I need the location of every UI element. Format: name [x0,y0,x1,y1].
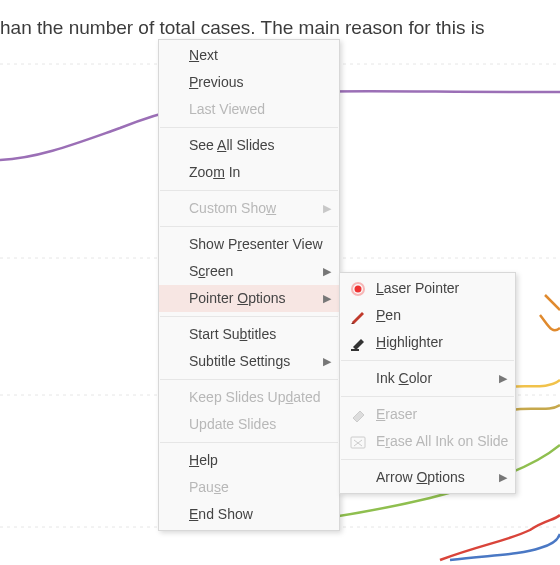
highlighter-icon [348,333,368,353]
menu-subtitle-settings[interactable]: Subtitle Settings ▶ [159,348,339,375]
pen-icon [348,306,368,326]
pointer-options-submenu: Laser Pointer Pen Highlighter Ink Color … [339,272,516,494]
menu-screen[interactable]: Screen ▶ [159,258,339,285]
menu-next[interactable]: Next [159,42,339,69]
chevron-right-icon: ▶ [323,285,331,312]
menu-help[interactable]: Help [159,447,339,474]
menu-update-slides: Update Slides [159,411,339,438]
menu-end-show[interactable]: End Show [159,501,339,528]
submenu-erase-all-ink: Erase All Ink on Slide [340,428,515,455]
menu-separator [341,396,514,397]
menu-separator [160,442,338,443]
submenu-pen[interactable]: Pen [340,302,515,329]
menu-zoom-in[interactable]: Zoom In [159,159,339,186]
menu-see-all-slides[interactable]: See All Slides [159,132,339,159]
svg-point-4 [355,286,362,293]
menu-last-viewed: Last Viewed [159,96,339,123]
menu-separator [160,316,338,317]
chevron-right-icon: ▶ [323,195,331,222]
eraser-icon [348,405,368,425]
chevron-right-icon: ▶ [323,258,331,285]
context-menu: Next Previous Last Viewed See All Slides… [158,39,340,531]
submenu-highlighter[interactable]: Highlighter [340,329,515,356]
menu-separator [341,459,514,460]
menu-separator [160,190,338,191]
submenu-laser-pointer[interactable]: Laser Pointer [340,275,515,302]
laser-pointer-icon [348,279,368,299]
menu-show-presenter-view[interactable]: Show Presenter View [159,231,339,258]
submenu-eraser: Eraser [340,401,515,428]
erase-all-icon [348,432,368,452]
menu-separator [341,360,514,361]
menu-previous[interactable]: Previous [159,69,339,96]
slideshow-stage: han the number of total cases. The main … [0,0,560,565]
menu-separator [160,127,338,128]
submenu-arrow-options[interactable]: Arrow Options ▶ [340,464,515,491]
chevron-right-icon: ▶ [499,464,507,491]
menu-keep-slides-updated: Keep Slides Updated [159,384,339,411]
menu-custom-show: Custom Show ▶ [159,195,339,222]
chevron-right-icon: ▶ [323,348,331,375]
chevron-right-icon: ▶ [499,365,507,392]
submenu-ink-color[interactable]: Ink Color ▶ [340,365,515,392]
menu-pointer-options[interactable]: Pointer Options ▶ [159,285,339,312]
menu-pause: Pause [159,474,339,501]
menu-separator [160,379,338,380]
menu-start-subtitles[interactable]: Start Subtitles [159,321,339,348]
svg-rect-6 [351,349,359,351]
slide-text-fragment: han the number of total cases. The main … [0,17,484,39]
menu-separator [160,226,338,227]
